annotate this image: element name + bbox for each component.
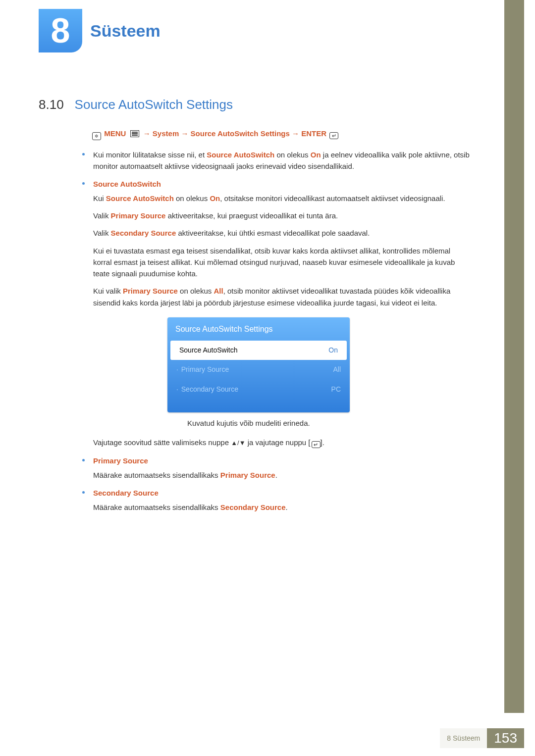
enter-icon: ↵ xyxy=(329,132,338,139)
text: ja vajutage nuppu xyxy=(246,438,309,447)
hl: All xyxy=(214,287,223,295)
para: Valik Secondary Source aktiveeritakse, k… xyxy=(93,227,470,239)
bc-menu: MENU xyxy=(104,129,126,138)
hl: Secondary Source xyxy=(220,503,286,511)
text: Kui monitor lülitatakse sisse nii, et xyxy=(93,151,207,159)
bc-arrow: → xyxy=(292,129,299,138)
hl: Source AutoSwitch xyxy=(207,151,274,159)
chapter-title: Süsteem xyxy=(90,21,160,41)
osd-value: PC xyxy=(331,384,341,395)
para: Kui ei tuvastata esmast ega teisest sise… xyxy=(93,245,470,280)
text: . xyxy=(275,471,277,479)
list-item: Source AutoSwitch Kui Source AutoSwitch … xyxy=(82,178,470,449)
osd-row: · Secondary Source PC xyxy=(167,380,350,400)
text: . xyxy=(322,438,324,447)
text: Määrake automaatseks sisendallikaks xyxy=(93,471,220,479)
chapter-header: 8 Süsteem xyxy=(39,9,160,52)
para: Määrake automaatseks sisendallikaks Seco… xyxy=(93,502,470,513)
page-number: 153 xyxy=(487,728,524,748)
osd-row-selected: Source AutoSwitch On xyxy=(170,341,347,360)
text: Valik xyxy=(93,211,111,220)
subhead-secondary-source: Secondary Source xyxy=(93,487,470,499)
bc-system: System xyxy=(153,129,179,138)
osd-label: · Primary Source xyxy=(176,364,229,375)
text: Kui xyxy=(93,194,106,202)
hl: Primary Source xyxy=(123,287,178,295)
osd-panel: Source AutoSwitch Settings Source AutoSw… xyxy=(167,317,350,412)
hl: Primary Source xyxy=(111,211,166,220)
subhead-primary-source: Primary Source xyxy=(93,455,470,466)
bc-arrow: → xyxy=(143,129,151,138)
text: Vajutage soovitud sätte valimiseks nuppe xyxy=(93,438,231,447)
osd-label: Source AutoSwitch xyxy=(179,345,238,356)
bc-arrow: → xyxy=(181,129,188,138)
bc-enter: ENTER xyxy=(301,129,326,138)
hl: On xyxy=(210,194,220,202)
osd-label: · Secondary Source xyxy=(176,384,238,395)
text: aktiveeritakse, kui ühtki esmast videoal… xyxy=(176,229,370,237)
text: Määrake automaatseks sisendallikaks xyxy=(93,503,220,511)
enter-icon: ↵ xyxy=(312,441,321,448)
para: Valik Primary Source aktiveeritakse, kui… xyxy=(93,210,470,221)
text: Valik xyxy=(93,229,111,237)
list-item: Kui monitor lülitatakse sisse nii, et So… xyxy=(82,149,470,172)
list-item: Secondary Source Määrake automaatseks si… xyxy=(82,487,470,513)
para: Kui Source AutoSwitch on olekus On, otsi… xyxy=(93,193,470,204)
osd-caption: Kuvatud kujutis võib mudeliti erineda. xyxy=(187,417,470,429)
remote-icon: ✲ xyxy=(92,132,101,140)
bc-target: Source AutoSwitch Settings xyxy=(191,129,290,138)
footer: 8 Süsteem 153 xyxy=(440,728,524,748)
para: Määrake automaatseks sisendallikaks Prim… xyxy=(93,469,470,481)
nav-path: ✲ MENU → System → Source AutoSwitch Sett… xyxy=(92,128,470,140)
section-header: 8.10 Source AutoSwitch Settings xyxy=(39,97,233,112)
osd-value: On xyxy=(328,345,338,356)
text: on olekus xyxy=(178,287,214,295)
subhead-source-autoswitch: Source AutoSwitch xyxy=(93,178,470,190)
text: aktiveeritakse, kui praegust videoallika… xyxy=(165,211,338,220)
text: Kui valik xyxy=(93,287,123,295)
chapter-tab: 8 xyxy=(39,9,82,52)
hl: On xyxy=(311,151,321,159)
osd-value: All xyxy=(333,364,341,375)
text: on olekus xyxy=(174,194,210,202)
footer-label: 8 Süsteem xyxy=(440,728,487,748)
menu-icon xyxy=(130,130,139,137)
text: , otsitakse monitori videoallikast autom… xyxy=(220,194,445,202)
list-item: Primary Source Määrake automaatseks sise… xyxy=(82,455,470,481)
instruction: Vajutage soovitud sätte valimiseks nuppe… xyxy=(93,437,470,448)
section-number: 8.10 xyxy=(39,97,64,112)
para: Kui valik Primary Source on olekus All, … xyxy=(93,285,470,308)
hl: Source AutoSwitch xyxy=(106,194,174,202)
osd-title: Source AutoSwitch Settings xyxy=(167,317,350,341)
osd-row: · Primary Source All xyxy=(167,360,350,380)
text: . xyxy=(286,503,288,511)
arrow-up-down-icon: ▲/▼ xyxy=(231,439,245,447)
text: on olekus xyxy=(274,151,311,159)
chapter-number: 8 xyxy=(51,11,70,50)
hl: Secondary Source xyxy=(111,229,176,237)
content-area: ✲ MENU → System → Source AutoSwitch Sett… xyxy=(39,128,470,519)
side-bar xyxy=(504,0,524,713)
hl: Primary Source xyxy=(220,471,275,479)
section-title: Source AutoSwitch Settings xyxy=(75,97,233,112)
